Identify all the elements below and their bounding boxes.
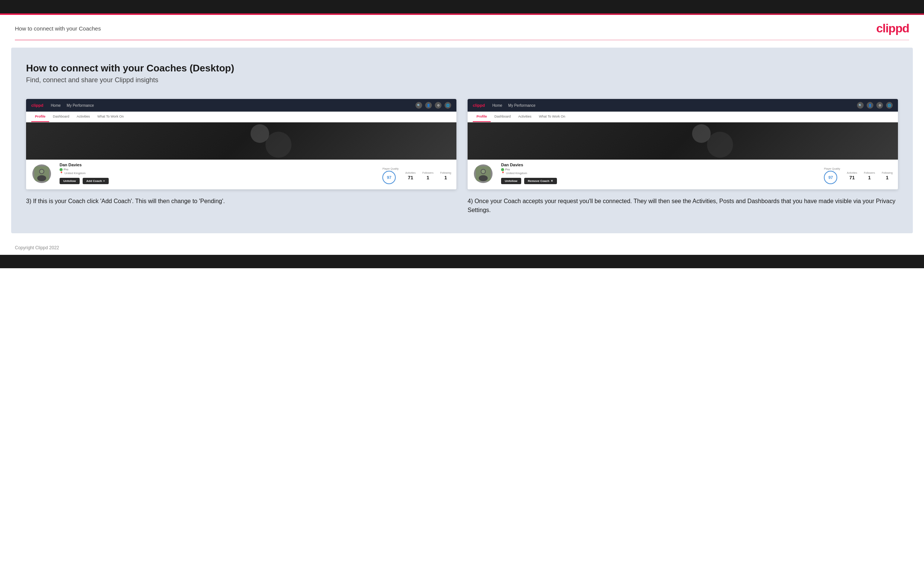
header-title: How to connect with your Coaches <box>15 25 101 32</box>
mock-stat-followers-1: Followers 1 <box>422 171 433 181</box>
mock-tab-whattoworkon-2[interactable]: What To Work On <box>535 111 569 122</box>
mock-stat-activities-2: Activities 71 <box>847 171 857 181</box>
mock-avatar-2 <box>473 163 494 184</box>
browser-mock-1: clippd Home My Performance 🔍 👤 ⚙ 🌐 Profi… <box>26 99 456 189</box>
column-2: clippd Home My Performance 🔍 👤 ⚙ 🌐 Profi… <box>468 99 898 214</box>
clippd-logo: clippd <box>876 22 909 35</box>
mock-navbar-2: clippd Home My Performance 🔍 👤 ⚙ 🌐 <box>468 99 898 111</box>
mock-avatar-wrapper-1 <box>31 163 52 184</box>
globe-icon-1: 🌐 <box>444 102 451 109</box>
svg-point-2 <box>37 175 46 181</box>
mock-tab-dashboard-1[interactable]: Dashboard <box>49 111 73 122</box>
mock-stat-followers-2: Followers 1 <box>864 171 875 181</box>
browser-mock-2: clippd Home My Performance 🔍 👤 ⚙ 🌐 Profi… <box>468 99 898 189</box>
mock-avatar-1 <box>31 163 52 184</box>
column-1: clippd Home My Performance 🔍 👤 ⚙ 🌐 Profi… <box>26 99 456 214</box>
section-title: How to connect with your Coaches (Deskto… <box>26 63 898 74</box>
columns-container: clippd Home My Performance 🔍 👤 ⚙ 🌐 Profi… <box>26 99 898 214</box>
mock-stat-following-2: Following 1 <box>882 171 893 181</box>
mock-user-role-1: Pro <box>60 168 375 171</box>
mock-nav-icons-2: 🔍 👤 ⚙ 🌐 <box>857 102 893 109</box>
remove-coach-button-2[interactable]: Remove Coach ✕ <box>524 178 557 184</box>
mock-user-role-2: Pro <box>501 168 816 171</box>
verified-icon-2 <box>501 168 504 171</box>
close-icon-2: ✕ <box>551 179 553 183</box>
svg-point-6 <box>479 175 488 181</box>
mock-tabs-1: Profile Dashboard Activities What To Wor… <box>26 111 456 122</box>
mock-nav-home-1: Home <box>51 103 61 108</box>
bell-icon-2: ⚙ <box>876 102 883 109</box>
mock-avatar-wrapper-2 <box>473 163 494 184</box>
mock-nav-icons-1: 🔍 👤 ⚙ 🌐 <box>415 102 451 109</box>
mock-user-info-1: Dan Davies Pro 📍 United Kingdom Unfollow <box>60 160 375 184</box>
mock-user-location-2: 📍 United Kingdom <box>501 171 816 175</box>
mock-tab-activities-1[interactable]: Activities <box>73 111 94 122</box>
mock-stat-quality-1: Player Quality 97 <box>382 168 399 184</box>
mock-banner-1 <box>26 122 456 160</box>
mock-banner-overlay-2 <box>468 122 898 160</box>
copyright-text: Copyright Clippd 2022 <box>15 245 59 250</box>
user-icon-1: 👤 <box>425 102 432 109</box>
header: How to connect with your Coaches clippd <box>0 15 924 40</box>
mock-user-name-2: Dan Davies <box>501 163 816 167</box>
search-icon-1: 🔍 <box>415 102 422 109</box>
pin-icon-2: 📍 <box>501 171 505 175</box>
mock-tab-whattoworkon-1[interactable]: What To Work On <box>94 111 128 122</box>
mock-navbar-1: clippd Home My Performance 🔍 👤 ⚙ 🌐 <box>26 99 456 111</box>
mock-nav-performance-2: My Performance <box>508 103 535 108</box>
mock-nav-items-2: Home My Performance <box>492 103 850 108</box>
mock-stat-quality-2: Player Quality 97 <box>824 168 840 184</box>
quality-circle-1: 97 <box>382 171 396 184</box>
bottom-bar <box>0 255 924 268</box>
mock-profile-content-2: Dan Davies Pro 📍 United Kingdom Unfollow <box>468 160 898 189</box>
mock-buttons-1: Unfollow Add Coach + <box>60 178 375 184</box>
header-divider <box>15 40 909 40</box>
mock-nav-items-1: Home My Performance <box>51 103 408 108</box>
section-subtitle: Find, connect and share your Clippd insi… <box>26 76 898 84</box>
mock-banner-overlay-1 <box>26 122 456 160</box>
mock-tab-dashboard-2[interactable]: Dashboard <box>491 111 514 122</box>
mock-stats-2: Player Quality 97 Activities 71 Follower <box>824 163 893 184</box>
step-description-2: 4) Once your Coach accepts your request … <box>468 197 898 214</box>
svg-point-7 <box>481 170 485 173</box>
mock-banner-2 <box>468 122 898 160</box>
mock-profile-area-2: Dan Davies Pro 📍 United Kingdom Unfollow <box>468 122 898 189</box>
mock-logo-2: clippd <box>473 103 485 108</box>
mock-buttons-2: Unfollow Remove Coach ✕ <box>501 178 816 184</box>
mock-tab-profile-1[interactable]: Profile <box>31 111 49 122</box>
mock-user-info-2: Dan Davies Pro 📍 United Kingdom Unfollow <box>501 160 816 184</box>
mock-user-location-1: 📍 United Kingdom <box>60 171 375 175</box>
mock-stats-1: Player Quality 97 Activities 71 Follower <box>382 163 451 184</box>
verified-icon-1 <box>60 168 63 171</box>
mock-tab-profile-2[interactable]: Profile <box>473 111 491 122</box>
main-content: How to connect with your Coaches (Deskto… <box>11 48 913 233</box>
top-bar <box>0 0 924 13</box>
user-icon-2: 👤 <box>867 102 873 109</box>
mock-stat-activities-1: Activities 71 <box>405 171 416 181</box>
search-icon-2: 🔍 <box>857 102 864 109</box>
mock-user-name-1: Dan Davies <box>60 163 375 167</box>
mock-stat-following-1: Following 1 <box>440 171 451 181</box>
mock-nav-performance-1: My Performance <box>67 103 94 108</box>
unfollow-button-2[interactable]: Unfollow <box>501 178 521 184</box>
footer: Copyright Clippd 2022 <box>0 241 924 255</box>
mock-tabs-2: Profile Dashboard Activities What To Wor… <box>468 111 898 122</box>
mock-profile-area-1: Dan Davies Pro 📍 United Kingdom Unfollow <box>26 122 456 189</box>
add-coach-button-1[interactable]: Add Coach + <box>82 178 109 184</box>
pin-icon-1: 📍 <box>60 171 63 175</box>
svg-point-3 <box>40 170 44 173</box>
globe-icon-2: 🌐 <box>886 102 893 109</box>
mock-tab-activities-2[interactable]: Activities <box>514 111 535 122</box>
mock-nav-home-2: Home <box>492 103 502 108</box>
step-description-1: 3) If this is your Coach click 'Add Coac… <box>26 197 456 206</box>
bell-icon-1: ⚙ <box>435 102 441 109</box>
mock-logo-1: clippd <box>31 103 43 108</box>
unfollow-button-1[interactable]: Unfollow <box>60 178 80 184</box>
plus-icon-1: + <box>103 179 105 183</box>
mock-profile-content-1: Dan Davies Pro 📍 United Kingdom Unfollow <box>26 160 456 189</box>
quality-circle-2: 97 <box>824 171 837 184</box>
